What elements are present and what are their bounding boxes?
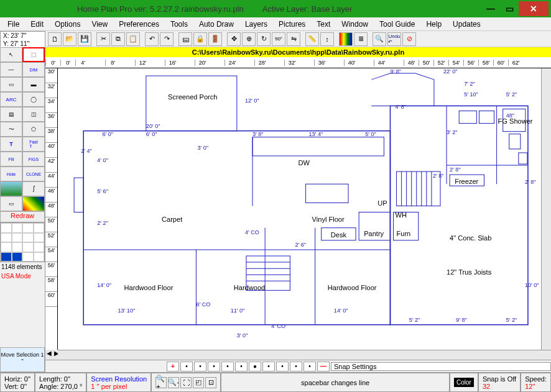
oval-tool[interactable]: ◯	[22, 92, 45, 107]
lock-icon[interactable]: 🔒	[193, 32, 207, 46]
texture-grid[interactable]	[0, 222, 45, 262]
scroll-arrows[interactable]: ◀▶	[45, 350, 58, 360]
dimsetup-icon[interactable]: ≣	[354, 32, 368, 46]
rect2-tool[interactable]: ▭	[0, 196, 22, 211]
zoom-1to1-icon[interactable]: ⊡	[205, 377, 216, 388]
snap-plus-icon[interactable]: +	[167, 362, 179, 371]
open-icon[interactable]: 📂	[63, 32, 76, 46]
snap-dot-6[interactable]: ●	[249, 362, 261, 371]
hide-tool[interactable]: Hide	[0, 166, 22, 181]
door-tool[interactable]: ◫	[22, 107, 45, 122]
fasttext-tool[interactable]: FastT	[22, 137, 45, 152]
arc-tool[interactable]: ARC	[0, 92, 22, 107]
figs-tool[interactable]: FIGS	[22, 152, 45, 166]
zoom-fit-icon[interactable]: ⛶	[180, 377, 192, 388]
snap-dot-8[interactable]: •	[276, 362, 289, 371]
text-tool[interactable]: T	[0, 137, 22, 152]
menu-updates[interactable]: Updates	[448, 19, 486, 30]
target-icon[interactable]: ⊕	[242, 32, 256, 46]
menu-file[interactable]: File	[2, 19, 24, 30]
screen-res-label: Screen Resolution	[91, 375, 147, 383]
save-icon[interactable]: 💾	[78, 32, 91, 46]
arrow-tool[interactable]: ↖	[0, 47, 22, 62]
rect-tool[interactable]: ▭	[0, 77, 22, 92]
rectfill-tool[interactable]: ▬	[22, 77, 45, 92]
img-tool[interactable]	[0, 181, 22, 196]
element-count: 1148 elements	[0, 262, 45, 271]
door-icon[interactable]: 🚪	[208, 32, 222, 46]
colors-icon[interactable]	[339, 32, 353, 46]
rotate-icon[interactable]: ↻	[257, 32, 271, 46]
zoom-out-icon[interactable]: 🔍-	[168, 377, 179, 388]
zoom-area2-icon[interactable]: ◰	[193, 377, 204, 388]
ruler-horizontal[interactable]: 0'0'4'8'12'16'20'24'28'32'36'40'44'48'50…	[45, 57, 551, 68]
menu-layers[interactable]: Layers	[240, 19, 272, 30]
menu-preferences[interactable]: Preferences	[114, 19, 164, 30]
spacebar-hint: spacebar changes line	[221, 373, 450, 392]
usa-mode: USA Mode	[0, 271, 45, 281]
menu-tools[interactable]: Tools	[165, 19, 193, 30]
no-entry-icon[interactable]: ⊘	[402, 32, 416, 46]
menu-window[interactable]: Window	[336, 19, 373, 30]
undo-icon[interactable]: ↶	[145, 32, 159, 46]
height-icon[interactable]: ↕	[320, 32, 334, 46]
maximize-button[interactable]: ▭	[500, 1, 519, 16]
ruler-icon[interactable]: 📏	[305, 32, 319, 46]
rot90-icon[interactable]: 90°	[272, 32, 285, 46]
zoom-in-icon[interactable]: 🔍+	[155, 377, 167, 388]
snap-settings-button[interactable]: Snap Settings	[331, 362, 551, 371]
snap-panel: Snap is Off 32	[478, 373, 521, 392]
per-pixel-value: 1 '' per pixel	[91, 383, 147, 390]
close-button[interactable]: ✕	[519, 1, 549, 16]
snap-minus-icon[interactable]: —	[317, 362, 330, 371]
minimize-button[interactable]: —	[481, 1, 500, 16]
fill-tool[interactable]: Fill	[0, 152, 22, 166]
menu-view[interactable]: View	[86, 19, 113, 30]
new-icon[interactable]: 🗋	[48, 32, 62, 46]
redraw-button[interactable]: Redraw	[0, 211, 45, 222]
snap-dot-4[interactable]: •	[221, 362, 234, 371]
menu-help[interactable]: Help	[421, 19, 447, 30]
curve-tool[interactable]: 〜	[0, 122, 22, 137]
color-button[interactable]: Color	[454, 378, 474, 387]
cut-icon[interactable]: ✂	[96, 32, 110, 46]
dim-tool[interactable]: DIM	[22, 62, 45, 77]
snap-dot-3[interactable]: •	[208, 362, 220, 371]
snap-dot-7[interactable]: •	[262, 362, 275, 371]
wall-tool[interactable]: ▤	[0, 107, 22, 122]
horiz-value: Horiz: 0''	[4, 375, 30, 383]
menu-pictures[interactable]: Pictures	[274, 19, 310, 30]
menu-options[interactable]: Options	[50, 19, 85, 30]
freeform-tool[interactable]: ʃ	[22, 181, 45, 196]
snap-dot-2[interactable]: •	[194, 362, 206, 371]
select-tool[interactable]: ⬚	[22, 47, 45, 62]
flip-icon[interactable]: ⇋	[287, 32, 300, 46]
scrollbar-horizontal[interactable]	[58, 350, 551, 360]
snap-dot-10[interactable]: •	[303, 362, 316, 371]
menu-text[interactable]: Text	[312, 19, 335, 30]
move-icon[interactable]: ✥	[227, 32, 241, 46]
titlebar[interactable]: Home Plan Pro ver: 5.2.27.2 rainbowsky.r…	[0, 0, 551, 17]
snap-dot-9[interactable]: •	[290, 362, 302, 371]
snap-dot-1[interactable]: •	[180, 362, 193, 371]
zoom-area-icon[interactable]: 🔍	[373, 32, 386, 46]
disk-icon[interactable]: 🖴	[178, 32, 192, 46]
menu-toolguide[interactable]: Tool Guide	[374, 19, 420, 30]
drawing-canvas[interactable]: 9' 8" 22' 0" 7' 2" 5' 10" 5' 2" 4' 8" 48…	[58, 68, 541, 350]
snap-dot-5[interactable]: •	[235, 362, 248, 371]
clone-tool[interactable]: CLONE	[22, 166, 45, 181]
paste-icon[interactable]: 📋	[126, 32, 140, 46]
menu-edit[interactable]: Edit	[25, 19, 49, 30]
copy-icon[interactable]: ⧉	[111, 32, 125, 46]
line-tool[interactable]: —	[0, 62, 22, 77]
svg-text:3' 2": 3' 2"	[447, 129, 458, 135]
menu-autodraw[interactable]: Auto Draw	[194, 19, 239, 30]
poly-tool[interactable]: ⬠	[22, 122, 45, 137]
undo-special-icon[interactable]: Undo↶	[387, 32, 401, 46]
redo-icon[interactable]: ↷	[160, 32, 174, 46]
palette-tool[interactable]	[22, 196, 45, 211]
ruler-vertical[interactable]: 30'32'34'36'38'40'42'44'46'48'50'52'54'5…	[45, 68, 58, 350]
scrollbar-vertical[interactable]	[541, 68, 551, 350]
svg-text:5' 0": 5' 0"	[365, 131, 376, 137]
move-selection-panel[interactable]: Move Selection 1 ''	[0, 347, 45, 372]
